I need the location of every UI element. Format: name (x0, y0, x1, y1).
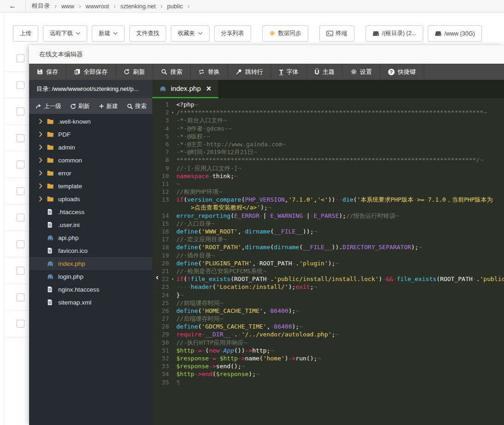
tree-action-new-item[interactable]: 新建 (99, 102, 118, 110)
fold-arrow-icon[interactable]: ▾ (169, 108, 176, 116)
breadcrumb-item[interactable]: sztenking.net (120, 3, 156, 10)
line-number[interactable]: 32 (152, 354, 169, 362)
code-text: define('ROOT_PATH',dirname(dirname(__FIL… (176, 243, 504, 251)
tree-item-api.php[interactable]: api.php (29, 231, 152, 244)
back-button[interactable]: ← (0, 0, 26, 12)
editor-toolbar-shortcuts[interactable]: ?快捷键 (380, 64, 424, 80)
line-number[interactable]: 25 (152, 299, 169, 307)
line-number[interactable]: 3 (152, 116, 169, 124)
tree-action-up-level[interactable]: 上一级 (36, 102, 61, 110)
row-checkbox[interactable] (17, 161, 24, 168)
tree-item-PDF[interactable]: PDF (29, 128, 152, 141)
line-number[interactable]: 27 (152, 315, 169, 323)
tree-item-template[interactable]: template (29, 180, 152, 192)
tree-item-favicon.ico[interactable]: favicon.ico (29, 244, 152, 257)
breadcrumb-item[interactable]: www (61, 3, 74, 10)
toolbar-button-data-sync[interactable]: 数据同步 (262, 25, 308, 42)
editor-toolbar-theme[interactable]: Ü主题 (307, 64, 343, 80)
tree-item-nginx.htaccess[interactable]: nginx.htaccess (29, 283, 152, 296)
row-checkbox[interactable] (17, 214, 24, 221)
line-number[interactable]: 19 (152, 251, 169, 259)
line-number[interactable]: 10 (152, 172, 169, 180)
line-number[interactable]: 5 (152, 132, 169, 140)
line-number[interactable]: 16 (152, 227, 169, 235)
tree-item-uploads[interactable]: uploads (29, 192, 152, 205)
line-number[interactable]: 2 (152, 108, 169, 116)
line-number[interactable]: 15 (152, 220, 169, 227)
line-number[interactable]: 24 (152, 291, 169, 299)
toolbar-button-disk-www[interactable]: /www (30G) (428, 25, 482, 42)
tree-item-admin[interactable]: admin (29, 141, 152, 154)
row-checkbox[interactable] (17, 108, 24, 115)
line-number[interactable]: 31 (152, 347, 169, 354)
close-icon[interactable]: × (206, 84, 211, 93)
line-number[interactable] (152, 204, 169, 211)
line-number[interactable]: 11 (152, 180, 169, 188)
editor-toolbar-settings[interactable]: 设置 (343, 64, 380, 80)
line-number[interactable]: 9 (152, 164, 169, 172)
toolbar-button-share-list[interactable]: 分享列表 (214, 25, 251, 42)
line-number[interactable]: 29 (152, 330, 169, 338)
tree-item-sitemap.xml[interactable]: sitemap.xml (29, 296, 152, 309)
editor-toolbar-save[interactable]: 保存 (29, 64, 66, 80)
row-checkbox[interactable] (17, 54, 24, 62)
line-number[interactable]: 12 (152, 188, 169, 196)
line-number[interactable]: 1 (152, 101, 169, 108)
line-number[interactable]: 4 (152, 125, 169, 132)
line-number[interactable]: 13 (152, 196, 169, 204)
row-checkbox[interactable] (17, 81, 24, 89)
toolbar-button-favorites[interactable]: 收藏夹 (171, 25, 210, 42)
toolbar-button-disk-root[interactable]: /(根目录) (2... (366, 25, 423, 42)
tree-item-error[interactable]: error (29, 167, 152, 180)
row-checkbox[interactable] (17, 267, 24, 275)
tree-item-login.php[interactable]: login.php (29, 270, 152, 283)
editor-toolbar-refresh[interactable]: 刷新 (116, 64, 153, 80)
toolbar-button-upload[interactable]: 上传 (13, 25, 38, 42)
row-checkbox[interactable] (17, 240, 24, 248)
line-number[interactable]: 34 (152, 370, 169, 378)
tree-item-.htaccess[interactable]: .htaccess (29, 205, 152, 218)
row-checkbox[interactable] (17, 293, 24, 301)
code-line: 18define('ROOT_PATH',dirname(dirname(__F… (152, 243, 504, 251)
row-checkbox[interactable] (17, 320, 24, 328)
line-number[interactable]: 26 (152, 307, 169, 315)
editor-toolbar-replace[interactable]: 替换 (191, 64, 228, 80)
line-number[interactable]: 6 (152, 140, 169, 148)
code-editor[interactable]: 1<?php¬2▾/******************************… (152, 98, 504, 425)
editor-toolbar-save-all[interactable]: 全部保存 (66, 64, 116, 80)
fold-gutter (169, 156, 176, 164)
line-number[interactable]: 35 (152, 378, 169, 386)
row-checkbox[interactable] (17, 187, 24, 195)
toolbar-button-new[interactable]: 新建 (92, 25, 125, 42)
editor-toolbar-font[interactable]: T字体 (271, 64, 307, 80)
tab-index-php[interactable]: index.php × (152, 80, 218, 98)
row-checkbox[interactable] (17, 134, 24, 142)
breadcrumb-item[interactable]: public (167, 3, 183, 10)
line-number[interactable]: 7 (152, 148, 169, 156)
tree-item-.well-known[interactable]: .well-known (29, 115, 152, 128)
tree-action-search-tree[interactable]: 搜索 (127, 102, 147, 110)
line-number[interactable]: 30 (152, 339, 169, 347)
breadcrumb-item[interactable]: 根目录 (32, 2, 50, 10)
toolbar-button-terminal[interactable]: 终端 (319, 25, 354, 42)
editor-toolbar-label: 字体 (287, 68, 299, 76)
editor-toolbar-goto-line[interactable]: 跳转行 (228, 64, 271, 80)
tree-item-common[interactable]: common (29, 154, 152, 167)
editor-toolbar-search[interactable]: 搜索 (153, 64, 191, 80)
tree-item-.user.ini[interactable]: .user.ini (29, 218, 152, 231)
line-number[interactable]: 14 (152, 212, 169, 220)
breadcrumb-item[interactable]: wwwroot (86, 3, 109, 10)
line-number[interactable]: 17 (152, 235, 169, 243)
line-number[interactable]: 18 (152, 243, 169, 251)
line-number[interactable]: 8 (152, 156, 169, 164)
toolbar-button-file-search[interactable]: 文件查找 (129, 25, 166, 42)
tree-action-refresh-tree[interactable]: 刷新 (70, 102, 90, 110)
tree-item-index.php[interactable]: index.php (29, 257, 152, 270)
chevron-down-icon (113, 32, 118, 35)
fold-arrow-icon[interactable]: ▾ (169, 275, 176, 283)
code-line: 19//·插件目录¬ (152, 251, 504, 259)
code-text: //·入口目录¬ (176, 220, 504, 227)
line-number[interactable]: 28 (152, 323, 169, 330)
line-number[interactable]: 33 (152, 362, 169, 370)
toolbar-button-remote-download[interactable]: 远程下载 (43, 25, 87, 42)
